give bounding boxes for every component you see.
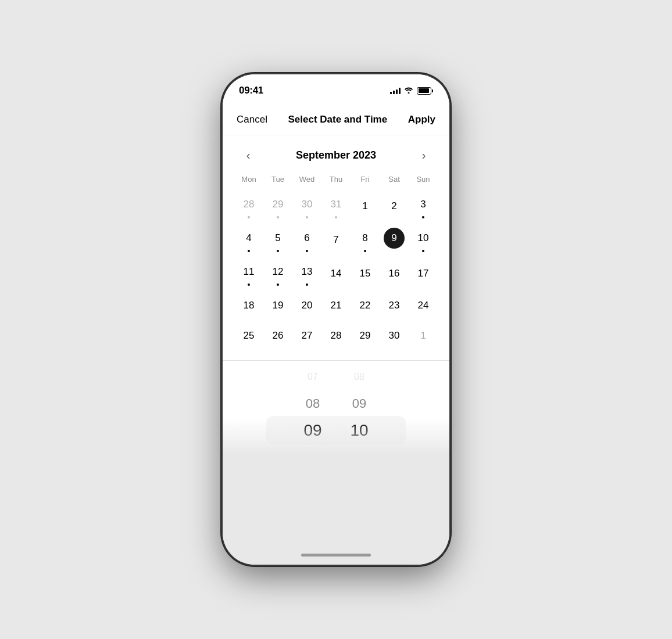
calendar-day[interactable]: 8 <box>351 223 380 257</box>
time-item[interactable]: 08 <box>289 390 336 417</box>
signal-bars-icon <box>390 87 401 94</box>
calendar-section: ‹ September 2023 › Mon Tue Wed Thu Fri S… <box>223 135 449 360</box>
calendar-day[interactable]: 1 <box>409 321 438 351</box>
calendar-day[interactable]: 28 <box>234 189 263 223</box>
weekday-wed: Wed <box>292 173 321 186</box>
calendar-day[interactable]: 15 <box>351 257 380 290</box>
apply-button[interactable]: Apply <box>408 114 435 125</box>
event-dot <box>393 250 395 252</box>
wifi-icon <box>404 87 413 95</box>
calendar-day[interactable]: 13 <box>292 257 321 290</box>
calendar-day[interactable]: 3 <box>409 189 438 223</box>
calendar-day[interactable]: 22 <box>351 290 380 321</box>
calendar-day[interactable]: 10 <box>409 223 438 257</box>
calendar-day[interactable]: 9 <box>380 223 409 257</box>
status-time: 09:41 <box>239 85 263 96</box>
calendar-day[interactable]: 7 <box>321 223 351 257</box>
calendar-day[interactable]: 20 <box>292 290 321 321</box>
event-dot <box>277 250 279 252</box>
time-item[interactable]: 07 <box>289 364 336 390</box>
event-dot <box>248 283 250 286</box>
event-dot <box>248 216 250 218</box>
month-title: September 2023 <box>296 149 376 161</box>
time-picker[interactable]: 06070809101112 07080910111213 <box>223 361 449 453</box>
time-item[interactable]: 08 <box>336 364 383 390</box>
weekday-thu: Thu <box>321 173 351 186</box>
event-dot <box>277 283 279 286</box>
phone-frame: 09:41 <box>223 74 449 565</box>
time-item[interactable]: 09 <box>289 417 336 444</box>
calendar-day[interactable]: 14 <box>321 257 351 290</box>
header: Cancel Select Date and Time Apply <box>223 103 449 135</box>
event-dot <box>248 250 250 252</box>
calendar-day[interactable]: 25 <box>234 321 263 351</box>
time-item[interactable]: 10 <box>289 444 336 453</box>
header-title: Select Date and Time <box>288 114 387 125</box>
home-indicator <box>223 545 449 565</box>
month-navigation: ‹ September 2023 › <box>234 135 438 173</box>
time-item[interactable]: 11 <box>336 444 383 453</box>
calendar-grid: 2829303112345678910111213141516171819202… <box>234 189 438 351</box>
calendar-day[interactable]: 11 <box>234 257 263 290</box>
calendar-day[interactable]: 26 <box>263 321 292 351</box>
weekday-sat: Sat <box>380 173 409 186</box>
calendar-day[interactable]: 24 <box>409 290 438 321</box>
weekday-headers: Mon Tue Wed Thu Fri Sat Sun <box>234 173 438 186</box>
calendar-day[interactable]: 31 <box>321 189 351 223</box>
event-dot <box>306 250 308 252</box>
calendar-day[interactable]: 29 <box>351 321 380 351</box>
status-icons <box>390 87 433 95</box>
calendar-day[interactable]: 17 <box>409 257 438 290</box>
calendar-day[interactable]: 5 <box>263 223 292 257</box>
time-item[interactable]: 10 <box>336 417 383 444</box>
weekday-mon: Mon <box>234 173 263 186</box>
phone-screen: 09:41 <box>223 74 449 565</box>
calendar-day[interactable]: 30 <box>380 321 409 351</box>
event-dot <box>422 250 424 252</box>
calendar-day[interactable]: 19 <box>263 290 292 321</box>
time-item[interactable]: 09 <box>336 390 383 417</box>
calendar-day[interactable]: 30 <box>292 189 321 223</box>
calendar-day[interactable]: 23 <box>380 290 409 321</box>
calendar-day[interactable]: 1 <box>351 189 380 223</box>
calendar-day[interactable]: 28 <box>321 321 351 351</box>
event-dot <box>306 216 308 218</box>
calendar-day[interactable]: 16 <box>380 257 409 290</box>
event-dot <box>306 283 308 286</box>
minute-column[interactable]: 07080910111213 <box>336 361 383 453</box>
calendar-day[interactable]: 27 <box>292 321 321 351</box>
calendar-day[interactable]: 2 <box>380 189 409 223</box>
event-dot <box>277 216 279 218</box>
calendar-day[interactable]: 29 <box>263 189 292 223</box>
status-bar: 09:41 <box>223 74 449 103</box>
bottom-area <box>223 453 449 545</box>
calendar-day[interactable]: 21 <box>321 290 351 321</box>
event-dot <box>364 250 366 252</box>
event-dot <box>422 216 424 218</box>
prev-month-button[interactable]: ‹ <box>239 146 258 164</box>
weekday-fri: Fri <box>351 173 380 186</box>
hour-column[interactable]: 06070809101112 <box>289 361 336 453</box>
event-dot <box>335 216 337 218</box>
cancel-button[interactable]: Cancel <box>237 114 267 125</box>
weekday-sun: Sun <box>409 173 438 186</box>
time-picker-inner: 06070809101112 07080910111213 <box>223 361 449 453</box>
next-month-button[interactable]: › <box>414 146 433 164</box>
home-bar <box>301 554 371 557</box>
battery-icon <box>417 87 433 95</box>
weekday-tue: Tue <box>263 173 292 186</box>
calendar-day[interactable]: 6 <box>292 223 321 257</box>
calendar-day[interactable]: 4 <box>234 223 263 257</box>
calendar-day[interactable]: 12 <box>263 257 292 290</box>
calendar-day[interactable]: 18 <box>234 290 263 321</box>
